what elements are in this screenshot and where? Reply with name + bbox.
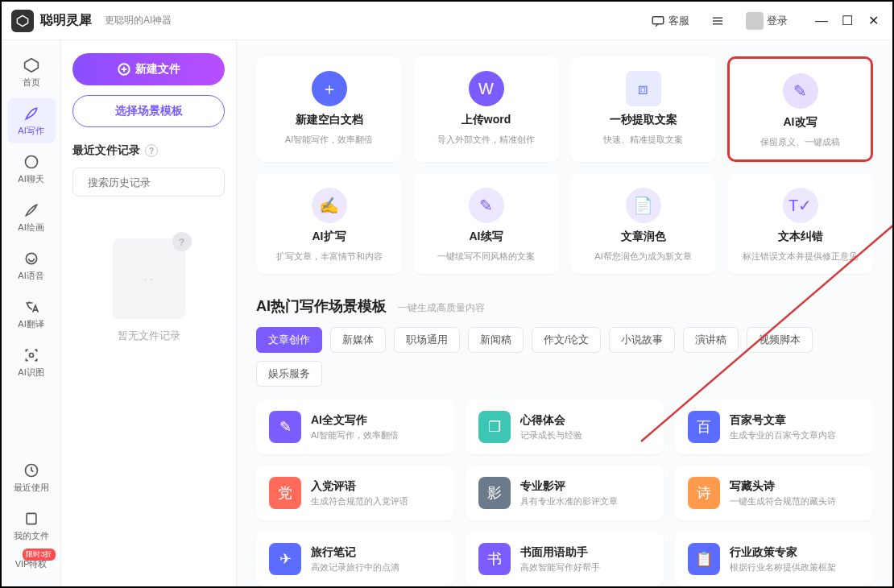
tab-workplace[interactable]: 职场通用 [394,327,460,353]
tab-novel[interactable]: 小说故事 [609,327,675,353]
tpl-ai-fulltext[interactable]: ✎AI全文写作AI智能写作，效率翻倍 [256,400,454,454]
voice-icon [23,250,40,267]
sidebar-item-ai-image[interactable]: AI识图 [7,340,56,385]
login-label: 登录 [767,14,788,28]
app-logo-icon [11,10,34,32]
nav-label: AI翻译 [18,318,43,330]
titlebar-right: 客服 登录 — ☐ ✕ [646,9,883,33]
tpl-film-review[interactable]: 影专业影评具有专业水准的影评文章 [466,466,664,520]
sidebar-item-vip[interactable]: 限时3折VIP特权 [7,552,56,577]
menu-button[interactable] [706,10,730,31]
card-new-blank-doc[interactable]: ＋新建空白文档AI智能写作，效率翻倍 [256,56,402,162]
new-file-button[interactable]: 新建文件 [72,53,225,85]
bai-icon: 百 [688,411,720,443]
tpl-desc: 生成专业的百家号文章内容 [730,429,836,441]
card-desc: 保留原义、一键成稿 [760,136,840,148]
sidebar-item-recent[interactable]: 最近使用 [7,455,56,500]
card-desc: AI智能写作，效率翻倍 [285,134,373,146]
tpl-party[interactable]: 党入党评语生成符合规范的入党评语 [256,466,454,520]
card-upload-word[interactable]: W上传word导入外部文件，精准创作 [413,56,559,162]
film-icon: 影 [478,477,511,509]
vip-badge: 限时3折 [23,549,55,561]
tab-entertainment[interactable]: 娱乐服务 [256,361,322,387]
card-ai-expand[interactable]: ✍AI扩写扩写文章，丰富情节和内容 [256,173,402,274]
recent-title-text: 最近文件记录 [72,143,140,158]
sidebar: 首页 AI写作 AI聊天 AI绘画 AI语音 AI翻译 AI识图 最近使用 我的… [2,40,61,586]
sidebar-item-ai-writing[interactable]: AI写作 [7,98,56,143]
nav-label: 我的文件 [14,530,49,542]
recent-files-title: 最近文件记录 ? [72,143,225,158]
tpl-title: AI全文写作 [311,413,399,428]
book-icon: 书 [478,543,511,575]
search-box[interactable] [72,168,225,197]
home-icon [23,56,40,74]
tab-essay[interactable]: 作文/论文 [532,327,601,353]
tpl-title: 专业影评 [520,479,618,494]
svg-rect-1 [652,16,664,23]
svg-point-7 [26,253,36,263]
doc-icon: ✎ [269,411,301,443]
sidebar-item-ai-draw[interactable]: AI绘画 [7,195,56,240]
feather-icon [23,105,40,122]
tab-speech[interactable]: 演讲稿 [683,327,739,353]
policy-icon: 📋 [688,543,720,575]
tab-news[interactable]: 新闻稿 [468,327,524,353]
nav-label: 首页 [23,77,40,89]
tpl-policy[interactable]: 📋行业政策专家根据行业名称提供政策框架 [675,532,873,586]
action-card-grid: ＋新建空白文档AI智能写作，效率翻倍 W上传word导入外部文件，精准创作 ⧈一… [256,56,873,274]
card-desc: 快速、精准提取文案 [603,134,683,146]
chat-icon [651,14,665,28]
poem-icon: 诗 [688,477,720,509]
sidebar-item-ai-voice[interactable]: AI语音 [7,243,56,288]
card-polish[interactable]: 📄文章润色AI帮您润色为成为新文章 [570,173,716,274]
tpl-desc: 生成符合规范的入党评语 [311,495,408,507]
close-button[interactable]: ✕ [863,11,883,31]
maximize-button[interactable]: ☐ [838,11,857,31]
sidebar-item-ai-chat[interactable]: AI聊天 [7,147,56,192]
plus-icon [118,63,130,76]
minimize-button[interactable]: — [812,11,831,31]
tpl-acrostic[interactable]: 诗写藏头诗一键生成符合规范的藏头诗 [675,466,873,520]
empty-image-icon: · · [113,238,185,319]
menu-icon [710,14,725,28]
support-button[interactable]: 客服 [646,10,694,31]
login-button[interactable]: 登录 [741,9,793,33]
search-input[interactable] [88,176,223,188]
card-extract-text[interactable]: ⧈一秒提取文案快速、精准提取文案 [570,56,716,162]
nav-label: AI识图 [18,366,43,379]
sidebar-item-ai-translate[interactable]: AI翻译 [7,292,56,337]
help-icon[interactable]: ? [145,144,158,157]
tpl-experience[interactable]: ❐心得体会记录成长与经验 [466,400,664,454]
nav-label: 最近使用 [14,482,49,494]
tab-newmedia[interactable]: 新媒体 [330,327,386,353]
correct-icon: T✓ [783,188,818,223]
tab-video[interactable]: 视频脚本 [747,327,813,353]
chat-icon [23,153,40,171]
choose-template-button[interactable]: 选择场景模板 [72,95,225,127]
card-title: 新建空白文档 [296,113,363,127]
tpl-desc: 一键生成符合规范的藏头诗 [730,495,836,507]
polish-icon: 📄 [626,188,661,223]
templates-subtitle: 一键生成高质量内容 [398,301,485,315]
card-title: 上传word [461,113,511,127]
tpl-desc: 高效智能写作好帮手 [520,561,600,574]
clock-icon [23,462,40,479]
sidebar-item-my-files[interactable]: 我的文件 [7,503,56,549]
party-icon: 党 [269,477,301,509]
card-ai-rewrite[interactable]: ✎AI改写保留原义、一键成稿 [727,56,873,162]
card-correct[interactable]: T✓文本纠错标注错误文本并提供修正意见 [727,173,873,274]
scan-icon [23,346,40,364]
svg-marker-0 [17,15,27,26]
template-tabs: 文章创作 新媒体 职场通用 新闻稿 作文/论文 小说故事 演讲稿 视频脚本 娱乐… [256,327,873,387]
tpl-baijiahao[interactable]: 百百家号文章生成专业的百家号文章内容 [675,400,873,454]
new-file-label: 新建文件 [135,62,180,77]
tpl-travel[interactable]: ✈旅行笔记高效记录旅行中的点滴 [256,532,454,586]
card-desc: 标注错误文本并提供修正意见 [743,251,858,263]
sidebar-item-home[interactable]: 首页 [7,50,56,95]
card-ai-continue[interactable]: ✎AI续写一键续写不同风格的文案 [413,173,559,274]
continue-icon: ✎ [469,188,504,223]
tab-article[interactable]: 文章创作 [256,327,322,353]
svg-point-8 [29,354,33,358]
tpl-formal[interactable]: 书书面用语助手高效智能写作好帮手 [466,532,664,586]
svg-point-6 [25,156,37,168]
